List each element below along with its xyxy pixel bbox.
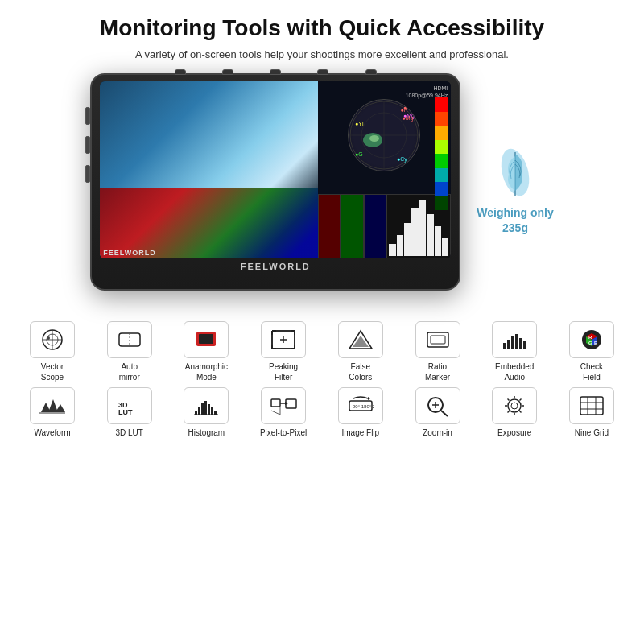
hist-bar-6 bbox=[427, 214, 433, 256]
svg-text:B: B bbox=[594, 341, 598, 345]
svg-line-76 bbox=[441, 411, 448, 416]
svg-rect-21 bbox=[199, 334, 213, 344]
waveform-label: Waveform bbox=[34, 427, 70, 438]
feature-exposure: Exposure bbox=[478, 387, 551, 438]
svg-rect-66 bbox=[271, 399, 280, 407]
hist-bar-1 bbox=[389, 244, 395, 256]
check-field-label: CheckField bbox=[580, 361, 603, 382]
feature-ratio-marker: RatioMarker bbox=[402, 321, 474, 382]
monitor-side-buttons bbox=[85, 107, 90, 183]
svg-rect-64 bbox=[214, 411, 217, 415]
side-btn-2[interactable] bbox=[85, 136, 90, 154]
svg-point-17 bbox=[47, 336, 50, 340]
pixel-to-pixel-label: Pixel-to-Pixel bbox=[260, 427, 307, 438]
monitor-section: FEELWORLD HDMI1080p@59.94Hz bbox=[16, 73, 628, 307]
side-btn-1[interactable] bbox=[85, 107, 90, 125]
svg-text:G: G bbox=[588, 341, 592, 345]
pixel-to-pixel-icon-box bbox=[261, 387, 306, 424]
svg-rect-58 bbox=[195, 411, 197, 415]
3d-lut-icon: 3D LUT bbox=[116, 394, 143, 417]
svg-rect-46 bbox=[519, 338, 522, 349]
monitor-btn-2[interactable] bbox=[222, 69, 233, 75]
svg-rect-42 bbox=[503, 343, 506, 349]
feature-embedded-audio: EmbeddedAudio bbox=[478, 321, 551, 382]
svg-rect-62 bbox=[208, 404, 210, 415]
feature-waveform: Waveform bbox=[16, 387, 89, 438]
image-flip-icon: 90° 180° 270° bbox=[347, 394, 374, 417]
feather-icon bbox=[491, 144, 539, 200]
monitor-screen: FEELWORLD HDMI1080p@59.94Hz bbox=[100, 81, 451, 258]
anamorphic-icon bbox=[192, 328, 220, 351]
feature-nine-grid: Nine Grid bbox=[555, 387, 628, 438]
cm-dark-green bbox=[435, 196, 448, 211]
hist-bar-7 bbox=[435, 226, 441, 256]
monitor-btn-4[interactable] bbox=[317, 69, 328, 75]
nine-grid-icon bbox=[578, 394, 605, 417]
page: Monitoring Tools with Quick Accessibilit… bbox=[0, 0, 644, 644]
peaking-icon-box bbox=[261, 321, 306, 358]
hist-bar-2 bbox=[397, 235, 403, 256]
side-btn-3[interactable] bbox=[85, 165, 90, 183]
hist-bar-8 bbox=[442, 238, 448, 256]
svg-rect-45 bbox=[515, 334, 518, 349]
feelworld-logo: FEELWORLD bbox=[241, 262, 311, 271]
svg-rect-44 bbox=[511, 336, 514, 349]
3d-lut-icon-box: 3D LUT bbox=[107, 387, 152, 424]
exposure-icon bbox=[501, 394, 528, 417]
feature-pixel-to-pixel: Pixel-to-Pixel bbox=[247, 387, 320, 438]
svg-rect-43 bbox=[507, 340, 510, 349]
waveform-icon bbox=[39, 394, 66, 417]
embedded-audio-label: EmbeddedAudio bbox=[495, 361, 534, 382]
monitor-btn-3[interactable] bbox=[270, 69, 281, 75]
svg-text:●Yl: ●Yl bbox=[355, 121, 364, 126]
ratio-marker-label: RatioMarker bbox=[425, 361, 450, 382]
zoom-in-icon bbox=[424, 394, 452, 417]
check-field-icon: R G B bbox=[578, 328, 605, 351]
svg-text:●R: ●R bbox=[403, 105, 411, 110]
cm-blue bbox=[435, 182, 448, 196]
screen-right: HDMI1080p@59.94Hz bbox=[318, 81, 452, 258]
svg-line-86 bbox=[520, 411, 522, 413]
pixel-to-pixel-icon bbox=[270, 394, 297, 417]
false-colors-icon-box bbox=[338, 321, 383, 358]
svg-point-10 bbox=[369, 135, 379, 142]
exposure-icon-box bbox=[492, 387, 537, 424]
auto-mirror-icon bbox=[116, 328, 143, 351]
svg-line-87 bbox=[520, 399, 522, 401]
monitor-btn-1[interactable] bbox=[175, 69, 186, 75]
svg-marker-54 bbox=[56, 404, 65, 412]
histogram-icon-box bbox=[184, 387, 229, 424]
cm-yellow-green bbox=[435, 140, 448, 155]
svg-text:LUT: LUT bbox=[118, 408, 133, 416]
hist-bar-3 bbox=[404, 223, 411, 256]
cm-yellow bbox=[435, 126, 448, 140]
cm-cyan bbox=[435, 168, 448, 183]
svg-marker-53 bbox=[48, 399, 58, 412]
image-flip-icon-box: 90° 180° 270° bbox=[338, 387, 383, 424]
vector-scope-label: VectorScope bbox=[41, 361, 64, 382]
feature-peaking: PeakingFilter bbox=[247, 321, 320, 382]
waveform-icon-box bbox=[30, 387, 75, 424]
svg-point-79 bbox=[508, 399, 521, 412]
embedded-audio-icon-box bbox=[492, 321, 537, 358]
svg-marker-73 bbox=[368, 397, 370, 400]
vector-scope-icon-box bbox=[30, 321, 75, 358]
feature-check-field: R G B CheckField bbox=[555, 321, 628, 382]
feature-auto-mirror: Automirror bbox=[93, 321, 166, 382]
anamorphic-label: AnamorphicMode bbox=[185, 361, 228, 382]
zoom-in-label: Zoom-in bbox=[423, 427, 452, 438]
histogram-icon bbox=[192, 394, 220, 417]
peaking-label: PeakingFilter bbox=[269, 361, 298, 382]
hist-bar-5 bbox=[419, 200, 426, 256]
feature-false-colors: FalseColors bbox=[324, 321, 397, 382]
peaking-icon bbox=[270, 328, 297, 351]
monitor-btn-5[interactable] bbox=[365, 69, 377, 75]
screen-photo: FEELWORLD bbox=[100, 81, 317, 258]
ratio-marker-icon bbox=[424, 328, 452, 351]
svg-marker-69 bbox=[285, 402, 288, 405]
feature-anamorphic: AnamorphicMode bbox=[170, 321, 242, 382]
auto-mirror-label: Automirror bbox=[119, 361, 140, 382]
features-row-1: VectorScope Automirror AnamorphicMode bbox=[16, 321, 628, 382]
svg-line-70 bbox=[271, 411, 280, 415]
auto-mirror-icon-box bbox=[107, 321, 152, 358]
